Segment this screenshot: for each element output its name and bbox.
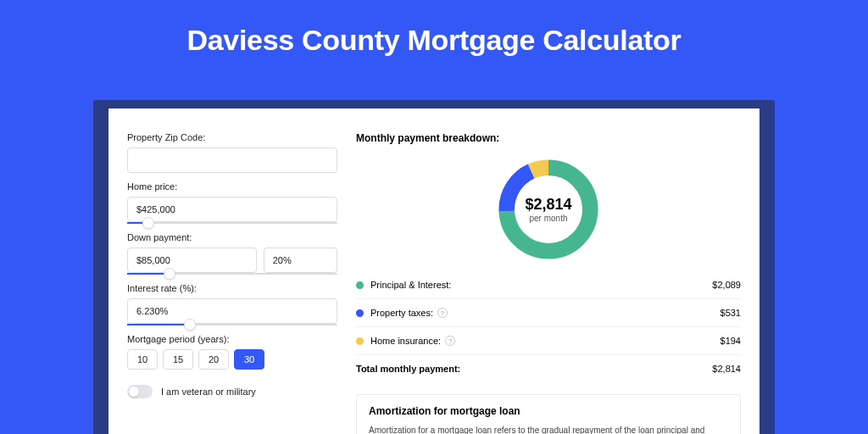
slider-thumb[interactable] xyxy=(142,217,154,229)
slider-thumb[interactable] xyxy=(184,319,196,331)
line-label: Property taxes: ? xyxy=(370,308,721,318)
page-title: Daviess County Mortgage Calculator xyxy=(0,0,868,72)
line-principal-interest: Principal & Interest: $2,089 xyxy=(356,271,741,298)
interest-rate-input[interactable] xyxy=(127,298,337,324)
dot-icon xyxy=(356,309,364,317)
home-price-input[interactable] xyxy=(127,197,337,222)
amortization-text: Amortization for a mortgage loan refers … xyxy=(369,424,728,434)
donut-chart: $2,814 per month xyxy=(493,154,604,264)
donut-center: $2,814 per month xyxy=(493,154,604,264)
help-icon[interactable]: ? xyxy=(445,336,455,346)
home-price-slider[interactable] xyxy=(127,222,337,224)
line-value: $531 xyxy=(721,308,741,318)
line-property-taxes: Property taxes: ? $531 xyxy=(356,298,741,326)
zip-input[interactable] xyxy=(127,147,337,173)
dot-icon xyxy=(356,337,364,345)
line-value: $194 xyxy=(721,336,741,346)
down-payment-amount-input[interactable] xyxy=(127,248,257,273)
period-btn-10[interactable]: 10 xyxy=(127,349,158,370)
zip-label: Property Zip Code: xyxy=(127,132,337,142)
line-label-text: Home insurance: xyxy=(370,336,441,346)
line-total: Total monthly payment: $2,814 xyxy=(356,354,741,382)
home-price-label: Home price: xyxy=(127,181,337,192)
mortgage-period-row: 10 15 20 30 xyxy=(127,349,337,370)
donut-sublabel: per month xyxy=(529,214,567,223)
donut-wrap: $2,814 per month xyxy=(356,144,741,271)
breakdown-column: Monthly payment breakdown: $2,814 per mo… xyxy=(356,125,741,434)
veteran-toggle[interactable] xyxy=(127,385,153,398)
mortgage-period-label: Mortgage period (years): xyxy=(127,334,337,344)
calculator-panel: Property Zip Code: Home price: Down paym… xyxy=(108,108,760,434)
donut-total: $2,814 xyxy=(525,196,571,214)
line-value: $2,089 xyxy=(712,280,741,290)
line-label-text: Principal & Interest: xyxy=(370,280,451,290)
veteran-label: I am veteran or military xyxy=(161,387,256,397)
amortization-title: Amortization for mortgage loan xyxy=(369,405,728,417)
interest-rate-label: Interest rate (%): xyxy=(127,283,337,293)
dot-icon xyxy=(356,281,364,289)
interest-rate-slider[interactable] xyxy=(127,324,337,326)
down-payment-percent-input[interactable] xyxy=(264,248,337,273)
period-btn-30[interactable]: 30 xyxy=(234,349,264,370)
down-payment-label: Down payment: xyxy=(127,232,337,242)
slider-thumb[interactable] xyxy=(164,268,175,280)
down-payment-slider[interactable] xyxy=(127,273,337,275)
period-btn-15[interactable]: 15 xyxy=(163,349,193,370)
inputs-column: Property Zip Code: Home price: Down paym… xyxy=(127,125,337,434)
amortization-box: Amortization for mortgage loan Amortizat… xyxy=(356,394,741,434)
line-home-insurance: Home insurance: ? $194 xyxy=(356,326,741,354)
slider-fill xyxy=(127,324,190,326)
help-icon[interactable]: ? xyxy=(437,308,448,318)
total-value: $2,814 xyxy=(712,364,741,374)
period-btn-20[interactable]: 20 xyxy=(198,349,229,370)
veteran-row: I am veteran or military xyxy=(127,385,337,398)
breakdown-title: Monthly payment breakdown: xyxy=(356,132,741,144)
total-label: Total monthly payment: xyxy=(356,364,712,374)
down-payment-row xyxy=(127,248,337,273)
line-label: Principal & Interest: xyxy=(370,280,712,290)
line-label-text: Property taxes: xyxy=(370,308,433,318)
line-label: Home insurance: ? xyxy=(370,336,721,346)
